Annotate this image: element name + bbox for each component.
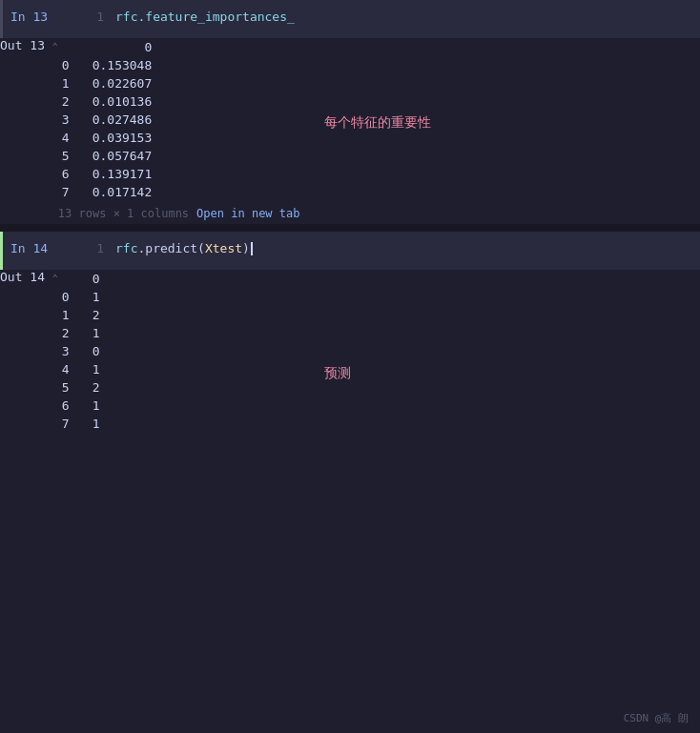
row-index: 6: [58, 397, 89, 415]
table-row: 70.017142: [58, 183, 167, 201]
table-row: 10.022607: [58, 74, 167, 92]
row-value: 0: [89, 342, 115, 360]
cell-13-input: In 13 1 rfc.feature_importances_: [0, 0, 700, 38]
annotation-14: 预测: [324, 365, 351, 382]
row-value: 1: [89, 360, 115, 378]
row-index: 0: [58, 288, 89, 306]
row-index: 4: [58, 129, 89, 147]
table-13-header-idx: [58, 38, 89, 56]
table-row: 20.010136: [58, 92, 167, 111]
row-value: 0.153048: [89, 56, 168, 74]
table-row: 41: [58, 360, 115, 378]
row-index: 2: [58, 92, 89, 111]
notebook: In 13 1 rfc.feature_importances_ Out 13 …: [0, 0, 700, 733]
code-close-14: ): [242, 241, 250, 255]
table-13-info: 13 rows × 1 columns Open in new tab: [58, 201, 300, 224]
annotation-13: 每个特征的重要性: [324, 114, 431, 132]
row-value: 0.139171: [89, 165, 168, 183]
table-row: 61: [58, 397, 115, 415]
output-14-container: Out 14 ⌃ 0 0112213041526171 预测: [0, 270, 700, 433]
row-value: 2: [89, 378, 115, 397]
row-index: 7: [58, 415, 89, 433]
table-row: 00.153048: [58, 56, 167, 74]
table-13: 0 00.15304810.02260720.01013630.02748640…: [58, 38, 300, 224]
table-row: 71: [58, 415, 115, 433]
table-14-header-idx: [58, 270, 89, 288]
code-arg-14: Xtest: [205, 241, 242, 255]
row-index: 1: [58, 74, 89, 92]
row-index: 1: [58, 306, 89, 324]
cell-14-input: In 14 1 rfc.predict(Xtest): [0, 232, 700, 270]
cell-13-in-label: In 13: [3, 0, 89, 38]
data-table-14: 0 0112213041526171: [58, 270, 115, 433]
row-index: 7: [58, 183, 89, 201]
row-index: 5: [58, 378, 89, 397]
code-13[interactable]: rfc.feature_importances_: [108, 0, 700, 38]
table-row: 01: [58, 288, 115, 306]
table-13-rows-info: 13 rows × 1 columns: [58, 207, 189, 220]
cell-separator: [0, 224, 700, 232]
out-row-14: Out 14 ⌃ 0 0112213041526171: [0, 270, 700, 433]
row-value: 0.022607: [89, 74, 168, 92]
in-label-13: In 13: [10, 10, 48, 24]
code-obj-14: rfc: [115, 241, 137, 255]
row-index: 0: [58, 56, 89, 74]
row-index: 2: [58, 324, 89, 342]
row-value: 0.027486: [89, 111, 168, 129]
line-num-14: 1: [89, 232, 108, 270]
table-row: 12: [58, 306, 115, 324]
code-text-13: rfc.feature_importances_: [115, 10, 295, 24]
row-index: 3: [58, 111, 89, 129]
cursor: [251, 242, 253, 255]
table-row: 52: [58, 378, 115, 397]
row-index: 5: [58, 147, 89, 165]
row-index: 4: [58, 360, 89, 378]
row-value: 1: [89, 415, 115, 433]
out-label-14: Out 14 ⌃: [0, 270, 58, 284]
row-index: 6: [58, 165, 89, 183]
row-value: 0.057647: [89, 147, 168, 165]
table-13-header-0: 0: [89, 38, 168, 56]
table-row: 60.139171: [58, 165, 167, 183]
watermark: CSDN @高 朗: [624, 711, 689, 725]
code-14[interactable]: rfc.predict(Xtest): [108, 232, 700, 270]
data-table-13: 0 00.15304810.02260720.01013630.02748640…: [58, 38, 167, 201]
out-label-13: Out 13 ⌃: [0, 38, 58, 52]
row-value: 0.039153: [89, 129, 168, 147]
open-tab-link-13[interactable]: Open in new tab: [196, 207, 299, 220]
table-14: 0 0112213041526171: [58, 270, 115, 433]
line-num-13: 1: [89, 0, 108, 38]
table-row: 21: [58, 324, 115, 342]
table-row: 40.039153: [58, 129, 167, 147]
row-index: 3: [58, 342, 89, 360]
table-row: 30.027486: [58, 111, 167, 129]
row-value: 1: [89, 324, 115, 342]
row-value: 0.010136: [89, 92, 168, 111]
table-row: 50.057647: [58, 147, 167, 165]
output-13-container: Out 13 ⌃ 0 00.15304810.02260720.01013630…: [0, 38, 700, 224]
table-14-header-0: 0: [89, 270, 115, 288]
row-value: 1: [89, 397, 115, 415]
row-value: 2: [89, 306, 115, 324]
table-row: 30: [58, 342, 115, 360]
row-value: 0.017142: [89, 183, 168, 201]
in-label-14: In 14: [10, 241, 48, 255]
cell-14-in-label: In 14: [3, 232, 89, 270]
row-value: 1: [89, 288, 115, 306]
code-method-14: .predict(: [137, 241, 204, 255]
